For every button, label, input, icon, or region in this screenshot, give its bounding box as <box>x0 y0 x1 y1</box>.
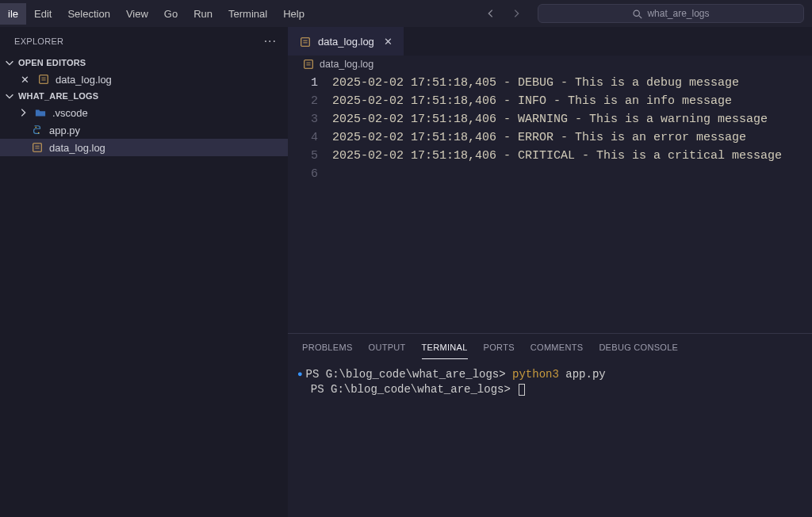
svg-rect-7 <box>33 144 42 152</box>
terminal-line: ●PS G:\blog_code\what_are_logs> python3 … <box>297 367 802 382</box>
svg-line-1 <box>639 15 642 17</box>
svg-point-0 <box>634 10 639 16</box>
panel-tab-comments[interactable]: COMMENTS <box>530 336 584 358</box>
breadcrumb-file: data_log.log <box>320 59 373 70</box>
panel-tab-debug-console[interactable]: DEBUG CONSOLE <box>599 336 678 358</box>
panel-tab-ports[interactable]: PORTS <box>484 336 515 358</box>
menu-bar: ile Edit Selection View Go Run Terminal … <box>0 3 312 25</box>
tab-close-icon[interactable]: ✕ <box>381 36 396 48</box>
editor-body[interactable]: 123456 2025-02-02 17:51:18,405 - DEBUG -… <box>288 73 812 333</box>
open-editors-header[interactable]: OPEN EDITORS <box>0 55 288 71</box>
svg-rect-2 <box>40 75 48 84</box>
sidebar-header: EXPLORER ··· <box>0 27 288 55</box>
nav-forward-icon[interactable] <box>504 5 528 22</box>
explorer-sidebar: EXPLORER ··· OPEN EDITORS ✕ data_log.log… <box>0 27 288 517</box>
nav-back-icon[interactable] <box>479 5 503 22</box>
python-file-icon <box>30 124 44 136</box>
log-file-icon <box>299 36 312 48</box>
terminal-line: PS G:\blog_code\what_are_logs> <box>297 382 802 397</box>
log-file-icon <box>30 142 44 153</box>
terminal-cursor <box>519 384 525 396</box>
search-icon <box>632 9 642 19</box>
explorer-title: EXPLORER <box>14 36 63 46</box>
menu-view[interactable]: View <box>118 3 156 25</box>
file-name: data_log.log <box>49 142 105 154</box>
file-item-app-py[interactable]: app.py <box>0 121 288 139</box>
menu-edit[interactable]: Edit <box>26 3 59 25</box>
folder-name: .vscode <box>52 107 88 119</box>
file-item-data-log[interactable]: data_log.log <box>0 139 288 156</box>
line-gutter: 123456 <box>288 74 332 333</box>
nav-arrows <box>479 5 528 22</box>
code-content[interactable]: 2025-02-02 17:51:18,405 - DEBUG - This i… <box>332 74 812 333</box>
open-editor-filename: data_log.log <box>56 74 112 86</box>
panel-tab-terminal[interactable]: TERMINAL <box>422 336 468 359</box>
title-bar: ile Edit Selection View Go Run Terminal … <box>0 0 812 27</box>
log-file-icon <box>302 58 315 71</box>
folder-item-vscode[interactable]: .vscode <box>0 104 288 121</box>
editor-tabs: data_log.log ✕ <box>288 27 812 56</box>
panel-tabs: PROBLEMS OUTPUT TERMINAL PORTS COMMENTS … <box>288 334 812 361</box>
panel-tab-problems[interactable]: PROBLEMS <box>302 336 353 358</box>
terminal-body[interactable]: ●PS G:\blog_code\what_are_logs> python3 … <box>288 361 812 517</box>
svg-point-5 <box>35 127 36 128</box>
search-text: what_are_logs <box>647 8 709 19</box>
svg-rect-10 <box>301 37 310 46</box>
svg-point-6 <box>38 132 40 134</box>
log-file-icon <box>36 74 51 85</box>
file-name: app.py <box>49 124 80 136</box>
menu-terminal[interactable]: Terminal <box>220 3 275 25</box>
workspace-label: WHAT_ARE_LOGS <box>18 91 98 101</box>
chevron-right-icon <box>17 107 29 118</box>
terminal-dot-icon: ● <box>297 367 303 382</box>
menu-file[interactable]: ile <box>0 3 26 25</box>
breadcrumb[interactable]: data_log.log <box>288 56 812 73</box>
panel-tab-output[interactable]: OUTPUT <box>369 336 406 358</box>
tab-data-log[interactable]: data_log.log ✕ <box>288 27 404 56</box>
open-editors-label: OPEN EDITORS <box>18 58 86 67</box>
menu-selection[interactable]: Selection <box>59 3 117 25</box>
command-center-search[interactable]: what_are_logs <box>538 4 804 23</box>
tab-label: data_log.log <box>318 36 374 48</box>
chevron-down-icon <box>4 90 15 101</box>
bottom-panel: PROBLEMS OUTPUT TERMINAL PORTS COMMENTS … <box>288 333 812 517</box>
svg-rect-13 <box>304 60 313 69</box>
menu-run[interactable]: Run <box>186 3 220 25</box>
open-editor-item[interactable]: ✕ data_log.log <box>0 71 288 88</box>
editor-area: data_log.log ✕ data_log.log 123456 2025-… <box>288 27 812 517</box>
menu-go[interactable]: Go <box>156 3 186 25</box>
menu-help[interactable]: Help <box>275 3 312 25</box>
close-editor-icon[interactable]: ✕ <box>17 74 32 86</box>
workspace-header[interactable]: WHAT_ARE_LOGS <box>0 88 288 104</box>
chevron-down-icon <box>4 57 15 68</box>
folder-icon <box>33 107 48 118</box>
explorer-more-icon[interactable]: ··· <box>264 34 277 48</box>
